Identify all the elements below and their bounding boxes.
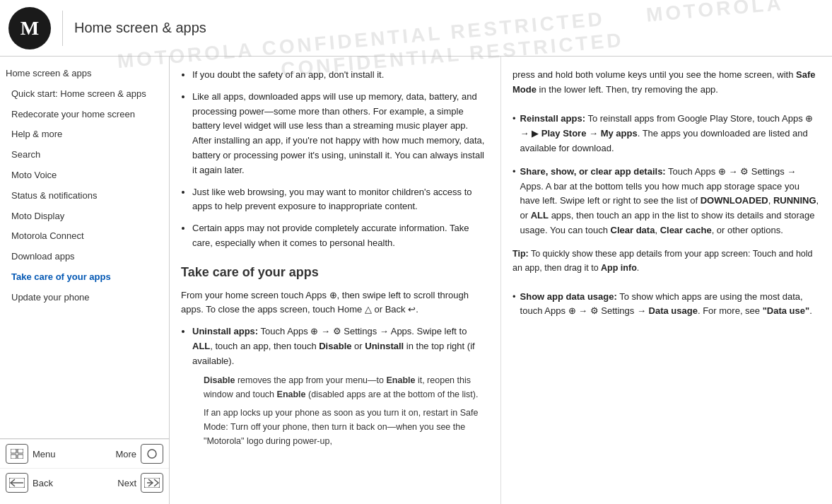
bullet-item: Just like web browsing, you may want to … <box>192 185 489 215</box>
page-title: Home screen & apps <box>74 20 206 36</box>
menu-button[interactable]: Menu <box>6 444 56 464</box>
sidebar-item-help--more[interactable]: Help & more <box>0 124 169 145</box>
right-panel: press and hold both volume keys until yo… <box>501 57 832 504</box>
menu-icon <box>6 444 28 464</box>
sidebar-item-search[interactable]: Search <box>0 145 169 165</box>
sidebar-item-status--notifications[interactable]: Status & notifications <box>0 186 169 206</box>
svg-rect-0 <box>11 449 16 453</box>
back-button[interactable]: Back <box>6 473 53 493</box>
header: M Home screen & apps <box>0 0 832 57</box>
sidebar-item-motorola-connect[interactable]: Motorola Connect <box>0 226 169 247</box>
more-button[interactable]: More <box>115 444 163 464</box>
next-button[interactable]: Next <box>117 473 163 493</box>
logo-letter: M <box>20 17 39 40</box>
svg-rect-1 <box>18 449 23 453</box>
nav-row-bottom: Back Next <box>0 468 169 497</box>
section-heading: Take care of your apps <box>181 262 489 283</box>
content-area: If you doubt the safety of an app, don't… <box>170 57 832 504</box>
sidebar-item-update-your-phone[interactable]: Update your phone <box>0 288 169 308</box>
sidebar-item-moto-voice[interactable]: Moto Voice <box>0 165 169 186</box>
share-item: • Share, show, or clear app details: Tou… <box>512 165 821 238</box>
left-panel: If you doubt the safety of an app, don't… <box>170 57 501 504</box>
bullet-item: Certain apps may not provide completely … <box>192 221 489 251</box>
data-usage-item: • Show app data usage: To show which app… <box>512 290 821 320</box>
reinstall-item: • Reinstall apps: To reinstall apps from… <box>512 112 821 156</box>
back-label: Back <box>33 478 53 488</box>
right-intro: press and hold both volume keys until yo… <box>512 68 821 98</box>
svg-rect-3 <box>18 455 23 459</box>
sidebar-item-redecorate-your-home-screen[interactable]: Redecorate your home screen <box>0 105 169 125</box>
uninstall-list: Uninstall apps: Touch Apps ⊕ → ⚙ Setting… <box>181 324 489 447</box>
safe-mode-text: If an app locks up your phone as soon as… <box>204 406 489 448</box>
more-label: More <box>115 449 136 459</box>
bullet-icon: • <box>512 112 516 156</box>
disable-text: Disable removes the app from your menu—t… <box>204 373 489 402</box>
section-intro: From your home screen touch Apps ⊕, then… <box>181 288 489 318</box>
back-icon <box>6 473 28 493</box>
reinstall-text: Reinstall apps: To reinstall apps from G… <box>520 112 821 156</box>
more-icon <box>141 444 163 464</box>
menu-label: Menu <box>33 449 56 459</box>
sidebar-item-quick-start-home-screen--apps[interactable]: Quick start: Home screen & apps <box>0 84 169 105</box>
bullet-item: If you doubt the safety of an app, don't… <box>192 68 489 83</box>
motorola-logo: M <box>8 7 51 49</box>
uninstall-item: Uninstall apps: Touch Apps ⊕ → ⚙ Setting… <box>192 324 489 447</box>
uninstall-heading: Uninstall apps: <box>192 326 258 336</box>
sidebar-item-moto-display[interactable]: Moto Display <box>0 206 169 227</box>
next-label: Next <box>117 478 136 488</box>
tip-text: Tip: To quickly show these app details f… <box>512 247 821 275</box>
sidebar-item-home-screen--apps[interactable]: Home screen & apps <box>0 64 169 84</box>
sidebar: Home screen & appsQuick start: Home scre… <box>0 57 170 504</box>
header-divider <box>62 11 63 46</box>
sidebar-item-download-apps[interactable]: Download apps <box>0 247 169 267</box>
bullet-icon: • <box>512 165 516 238</box>
svg-rect-2 <box>11 455 16 459</box>
share-text: Share, show, or clear app details: Touch… <box>520 165 821 238</box>
sidebar-item-take-care-of-your-apps[interactable]: Take care of your apps <box>0 267 169 288</box>
bullet-list: If you doubt the safety of an app, don't… <box>181 68 489 251</box>
svg-point-4 <box>148 450 156 458</box>
next-icon <box>141 473 163 493</box>
main-area: Home screen & appsQuick start: Home scre… <box>0 57 832 504</box>
sidebar-nav: Home screen & appsQuick start: Home scre… <box>0 64 169 438</box>
sidebar-bottom: Menu More <box>0 438 169 497</box>
nav-row-top: Menu More <box>0 439 169 468</box>
data-usage-text: Show app data usage: To show which apps … <box>520 290 821 320</box>
bullet-item: Like all apps, downloaded apps will use … <box>192 90 489 178</box>
bullet-icon: • <box>512 290 516 320</box>
